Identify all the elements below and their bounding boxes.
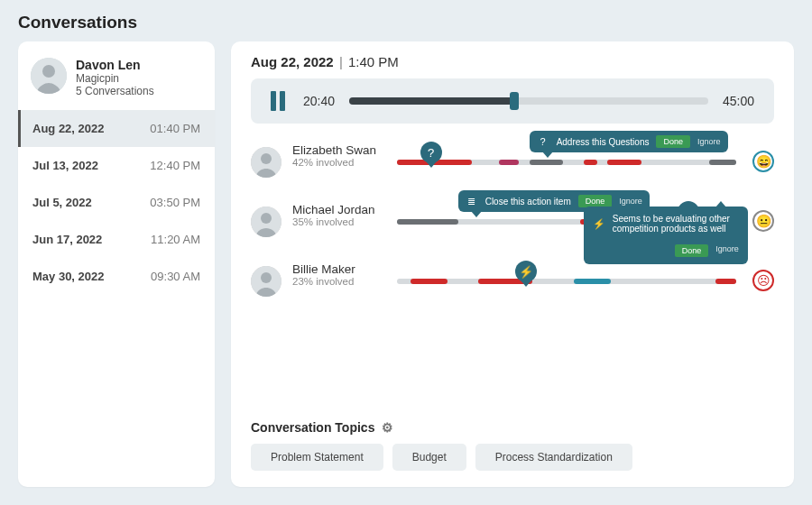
user-conversation-count: 5 Conversations (76, 85, 154, 97)
conversation-item[interactable]: Aug 22, 202201:40 PM (18, 110, 215, 147)
avatar (251, 207, 281, 237)
progress-handle[interactable] (510, 92, 519, 110)
user-company: Magicpin (76, 72, 154, 85)
avatar (251, 266, 281, 297)
speech-segment[interactable] (499, 160, 520, 165)
gear-icon[interactable]: ⚙ (382, 420, 393, 435)
callout-text: Address this Questions (557, 137, 650, 147)
svg-point-7 (261, 272, 272, 283)
main-panel: Aug 22, 2022 | 1:40 PM 20:40 45:00 Eliza… (231, 41, 794, 487)
involvement-label: 42% involved (292, 157, 386, 168)
avatar (251, 147, 281, 178)
conversation-item[interactable]: Jul 13, 202212:40 PM (18, 147, 215, 184)
participant-name: Billie Maker (292, 262, 386, 276)
speech-segment[interactable] (397, 219, 458, 225)
user-block: Davon Len Magicpin 5 Conversations (18, 52, 215, 110)
callout-icon: ≣ (466, 195, 478, 207)
callout: ?Address this QuestionsDoneIgnore (530, 131, 728, 152)
done-button[interactable]: Done (675, 244, 709, 257)
participant-name: Elizabeth Swan (292, 143, 386, 157)
elapsed-time: 20:40 (303, 94, 335, 108)
sentiment-happy-icon: 😄 (752, 151, 774, 172)
svg-point-5 (261, 213, 272, 224)
callout-icon: ? (537, 135, 549, 148)
callout-text: Seems to be evaluating other competition… (613, 214, 739, 234)
speech-segment[interactable] (709, 160, 736, 165)
topic-chip[interactable]: Problem Statement (251, 444, 383, 471)
participant-tracks: Elizabeth Swan42% involved??Address this… (251, 143, 774, 408)
page-title: Conversations (18, 13, 794, 32)
topic-chip[interactable]: Process Standardization (475, 444, 632, 471)
topics-block: Conversation Topics ⚙ Problem StatementB… (251, 420, 774, 471)
insight-callout: ⚡Seems to be evaluating other competitio… (584, 207, 748, 264)
progress-bar[interactable] (349, 97, 708, 105)
speech-segment[interactable] (574, 279, 611, 284)
svg-point-3 (261, 153, 272, 164)
marker-icon[interactable]: ⚡ (515, 261, 537, 282)
topic-chip[interactable]: Budget (392, 444, 466, 471)
participant-row: Elizabeth Swan42% involved??Address this… (251, 143, 774, 179)
involvement-label: 23% involved (292, 276, 386, 287)
total-time: 45:00 (723, 94, 754, 108)
participant-name: Michael Jordan (292, 203, 386, 216)
involvement-label: 35% involved (292, 216, 386, 227)
marker-icon[interactable]: ? (420, 142, 442, 163)
avatar (31, 58, 67, 94)
timeline-lane[interactable]: ⚡⚡Seems to be evaluating other competiti… (397, 262, 736, 298)
done-button[interactable]: Done (578, 195, 613, 207)
timeline-lane[interactable]: ??Address this QuestionsDoneIgnore (397, 143, 736, 179)
conversation-list: Aug 22, 202201:40 PMJul 13, 202212:40 PM… (18, 110, 215, 480)
sentiment-neutral-icon: 😐 (752, 210, 774, 232)
topics-title: Conversation Topics (251, 420, 374, 435)
callout-icon: ⚡ (593, 217, 605, 230)
done-button[interactable]: Done (656, 135, 690, 148)
ignore-button[interactable]: Ignore (715, 244, 739, 257)
conversation-item[interactable]: Jun 17, 202211:20 AM (18, 221, 215, 258)
speech-segment[interactable] (715, 279, 736, 284)
speech-segment[interactable] (411, 279, 448, 284)
user-name: Davon Len (76, 58, 154, 72)
audio-player: 20:40 45:00 (251, 78, 774, 124)
sentiment-sad-icon: ☹ (752, 270, 774, 291)
pause-button[interactable] (271, 91, 289, 111)
participant-row: Billie Maker23% involved⚡⚡Seems to be ev… (251, 262, 774, 298)
sidebar: Davon Len Magicpin 5 Conversations Aug 2… (18, 41, 215, 487)
speech-segment[interactable] (530, 160, 564, 165)
callout-text: Close this action item (485, 197, 571, 207)
svg-point-1 (42, 65, 55, 78)
speech-segment[interactable] (584, 160, 597, 165)
speech-segment[interactable] (607, 160, 641, 165)
conversation-header: Aug 22, 2022 | 1:40 PM (251, 54, 774, 69)
conversation-item[interactable]: Jul 5, 202203:50 PM (18, 184, 215, 221)
ignore-button[interactable]: Ignore (619, 197, 642, 206)
ignore-button[interactable]: Ignore (697, 137, 721, 146)
conversation-item[interactable]: May 30, 202209:30 AM (18, 258, 215, 295)
